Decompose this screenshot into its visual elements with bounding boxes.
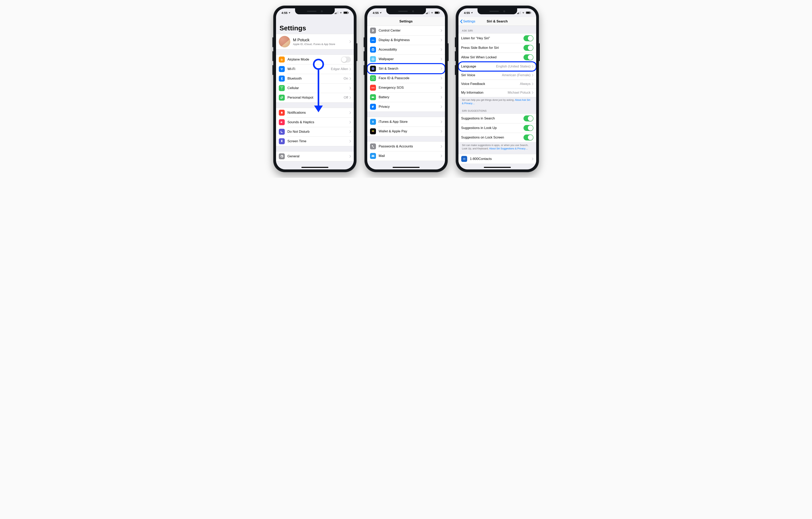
row-hotspot[interactable]: Personal HotspotOff <box>276 93 354 102</box>
svg-rect-22 <box>372 155 374 157</box>
row-wallet[interactable]: Wallet & Apple Pay <box>367 127 445 136</box>
row-wallpaper[interactable]: Wallpaper <box>367 54 445 64</box>
row-passwords[interactable]: Passwords & Accounts <box>367 142 445 151</box>
row-cc[interactable]: Control Center <box>367 26 445 35</box>
row-sos[interactable]: SOSEmergency SOS <box>367 83 445 92</box>
row-siri[interactable]: Siri & Search <box>367 64 445 74</box>
home-indicator[interactable] <box>484 167 511 168</box>
home-indicator[interactable] <box>301 167 328 168</box>
svg-point-11 <box>372 67 374 70</box>
section-footer-ask-siri: Siri can help you get things done just b… <box>459 97 536 105</box>
battery-icon <box>343 11 348 14</box>
row-label: Mail <box>379 154 441 158</box>
siri-icon <box>370 66 376 72</box>
row-label: Display & Brightness <box>379 38 441 42</box>
row-itunes[interactable]: iTunes & App Store <box>367 117 445 127</box>
section-header-ask-siri: ASK SIRI <box>459 28 536 33</box>
chevron-right-icon <box>349 40 351 43</box>
row-ssearch[interactable]: Suggestions in Search <box>459 114 536 123</box>
back-button[interactable]: Settings <box>460 17 475 26</box>
row-sounds[interactable]: Sounds & Haptics <box>276 117 354 127</box>
hotspot-icon <box>279 94 285 101</box>
svg-point-5 <box>372 49 373 50</box>
row-detail: Always <box>520 82 531 86</box>
row-bt[interactable]: BluetoothOn <box>276 74 354 83</box>
row-battery[interactable]: Battery <box>367 92 445 102</box>
svg-rect-15 <box>372 97 374 98</box>
row-voice[interactable]: Siri VoiceAmerican (Female) <box>459 71 536 80</box>
row-notif[interactable]: Notifications <box>276 108 354 117</box>
wifi-icon <box>339 11 343 14</box>
row-lang[interactable]: LanguageEnglish (United States) <box>459 62 536 71</box>
row-privacy[interactable]: Privacy <box>367 102 445 111</box>
chevron-right-icon <box>532 65 533 68</box>
row-label: Emergency SOS <box>379 86 441 90</box>
row-label: Accessibility <box>379 48 441 52</box>
passwords-icon <box>370 143 376 149</box>
hey-toggle[interactable] <box>523 35 533 41</box>
svg-rect-20 <box>372 131 374 132</box>
side-toggle[interactable] <box>523 45 533 51</box>
chevron-right-icon <box>441 77 442 80</box>
svg-text:1800: 1800 <box>463 158 465 160</box>
svg-point-0 <box>372 30 373 30</box>
row-mail[interactable]: Mail <box>367 151 445 161</box>
chevron-right-icon <box>441 105 442 108</box>
svg-rect-19 <box>372 131 374 131</box>
row-screentime[interactable]: Screen Time <box>276 136 354 146</box>
row-label: Control Center <box>379 29 441 32</box>
row-label: Listen for “Hey Siri” <box>461 36 523 40</box>
row-slock[interactable]: Suggestions on Lock Screen <box>459 133 536 142</box>
row-label: Airplane Mode <box>288 57 341 61</box>
chevron-right-icon <box>532 74 533 77</box>
ssearch-toggle[interactable] <box>523 115 533 121</box>
itunes-icon <box>370 119 376 125</box>
access-icon <box>370 47 376 53</box>
nav-title: Siri & Search <box>487 20 508 23</box>
profile-row[interactable]: M Potuck Apple ID, iCloud, iTunes & App … <box>276 34 354 49</box>
chevron-right-icon <box>349 67 351 71</box>
svg-text:AA: AA <box>371 39 374 41</box>
row-dnd[interactable]: Do Not Disturb <box>276 127 354 136</box>
slookup-toggle[interactable] <box>523 125 533 131</box>
row-myinfo[interactable]: My InformationMichael Potuck <box>459 88 536 97</box>
status-time: 4:55 <box>282 11 288 15</box>
svg-rect-18 <box>372 131 374 131</box>
row-general[interactable]: General <box>276 152 354 161</box>
chevron-right-icon <box>349 111 351 114</box>
row-side[interactable]: Press Side Button for Siri <box>459 43 536 53</box>
svg-point-7 <box>372 58 373 59</box>
svg-point-6 <box>372 59 373 60</box>
svg-point-10 <box>374 59 375 60</box>
row-contacts[interactable]: 18001-800Contacts <box>459 154 536 164</box>
row-slookup[interactable]: Suggestions in Look Up <box>459 123 536 133</box>
locked-toggle[interactable] <box>523 54 533 60</box>
chevron-right-icon <box>349 130 351 133</box>
slock-toggle[interactable] <box>523 135 533 140</box>
row-hey[interactable]: Listen for “Hey Siri” <box>459 33 536 43</box>
about-siri-suggestions-link[interactable]: About Siri Suggestions & Privacy… <box>489 147 528 150</box>
chevron-right-icon <box>349 155 351 158</box>
general-icon <box>279 153 285 159</box>
row-wifi[interactable]: Wi-FiEdgar Allen <box>276 64 354 74</box>
airplane-toggle[interactable] <box>341 57 351 62</box>
row-display[interactable]: AADisplay & Brightness <box>367 35 445 45</box>
row-airplane[interactable]: Airplane Mode <box>276 55 354 64</box>
row-locked[interactable]: Allow Siri When Locked <box>459 53 536 62</box>
display-icon: AA <box>370 37 376 43</box>
chevron-right-icon <box>532 91 533 94</box>
row-feedback[interactable]: Voice FeedbackAlways <box>459 80 536 88</box>
home-indicator[interactable] <box>393 167 419 168</box>
row-cell[interactable]: Cellular <box>276 83 354 93</box>
notch <box>386 8 426 14</box>
row-faceid[interactable]: Face ID & Passcode <box>367 74 445 83</box>
row-detail: Edgar Allen <box>331 67 348 71</box>
sos-icon: SOS <box>370 85 376 91</box>
row-label: Screen Time <box>288 139 349 143</box>
wallet-icon <box>370 128 376 134</box>
sounds-icon <box>279 119 285 125</box>
screentime-icon <box>279 138 285 144</box>
row-label: Passwords & Accounts <box>379 144 441 148</box>
wifi-icon <box>279 66 285 72</box>
row-access[interactable]: Accessibility <box>367 45 445 54</box>
